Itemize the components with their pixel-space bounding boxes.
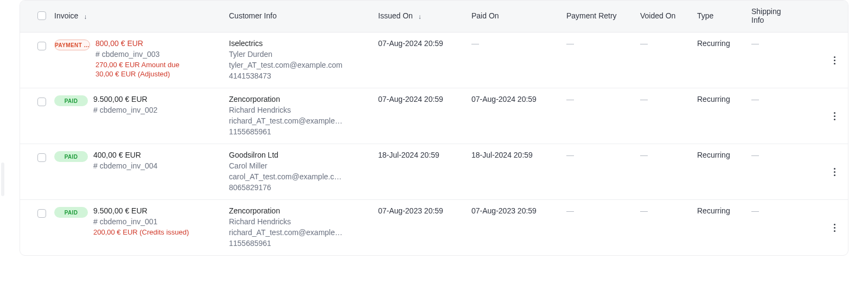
col-header-voided[interactable]: Voided On [640,5,697,28]
customer-contact: Richard Hendricks [229,217,372,226]
status-badge: PAID [54,151,88,162]
invoice-amount: 9.500,00 € EUR [93,95,157,103]
payment-retry: — [566,39,574,48]
credits-issued: 200,00 € EUR (Credits issued) [93,228,189,236]
col-header-type[interactable]: Type [697,5,751,28]
paid-on: 18-Jul-2024 20:59 [471,151,533,159]
col-header-issued[interactable]: Issued On ↓ [378,5,471,28]
voided-on: — [640,39,648,48]
paid-on: 07-Aug-2024 20:59 [471,95,537,103]
voided-on: — [640,206,648,215]
customer-phone: 1155685961 [229,127,372,136]
row-more-button[interactable] [828,54,840,66]
row-checkbox[interactable] [37,153,46,162]
customer-contact: Carol Miller [229,161,372,170]
row-more-button[interactable] [828,110,840,122]
status-badge: PAYMENT … [54,40,90,50]
invoice-number: # cbdemo_inv_002 [93,106,157,114]
row-checkbox[interactable] [37,42,46,50]
invoice-type: Recurring [697,151,730,159]
customer-company: Iselectrics [229,39,372,48]
sort-indicator-icon: ↓ [418,14,422,20]
invoice-amount: 9.500,00 € EUR [93,206,189,215]
col-header-customer[interactable]: Customer Info [229,5,378,28]
customer-phone: 1155685961 [229,239,372,248]
status-badge: PAID [54,207,88,218]
sort-indicator-icon: ↓ [84,14,87,20]
scrollbar-handle[interactable] [1,163,4,196]
voided-on: — [640,151,648,159]
table-body: PAYMENT …800,00 € EUR# cbdemo_inv_003270… [20,33,848,255]
shipping-info: — [751,95,759,103]
paid-on: 07-Aug-2023 20:59 [471,206,537,215]
invoice-amount: 400,00 € EUR [93,151,157,159]
customer-email: richard_AT_test.com@example.... [229,228,343,237]
customer-contact: Richard Hendricks [229,106,372,114]
col-header-paid[interactable]: Paid On [471,5,566,28]
invoice-type: Recurring [697,39,730,48]
shipping-info: — [751,151,759,159]
voided-on: — [640,95,648,103]
amount-due: 270,00 € EUR Amount due [95,61,180,69]
payment-retry: — [566,151,574,159]
issued-on: 18-Jul-2024 20:59 [378,151,439,159]
invoice-amount: 800,00 € EUR [95,39,180,48]
table-row[interactable]: PAID400,00 € EUR# cbdemo_inv_004Goodsilr… [20,144,848,200]
col-header-invoice[interactable]: Invoice ↓ [54,5,229,28]
payment-retry: — [566,206,574,215]
col-header-shipping[interactable]: Shipping Info [751,1,800,32]
row-more-button[interactable] [828,222,840,233]
invoice-number: # cbdemo_inv_001 [93,217,189,226]
table-header: Invoice ↓ Customer Info Issued On ↓ Paid… [20,1,848,33]
customer-email: richard_AT_test.com@example.... [229,116,343,125]
invoice-number: # cbdemo_inv_004 [93,161,157,170]
row-more-button[interactable] [828,166,840,178]
status-badge: PAID [54,95,88,106]
shipping-info: — [751,39,759,48]
customer-email: carol_AT_test.com@example.com [229,172,343,181]
issued-on: 07-Aug-2023 20:59 [378,206,443,215]
col-header-retry[interactable]: Payment Retry [566,5,640,28]
invoice-type: Recurring [697,95,730,103]
payment-retry: — [566,95,574,103]
issued-on: 07-Aug-2024 20:59 [378,95,443,103]
paid-on: — [471,39,479,48]
invoice-number: # cbdemo_inv_003 [95,50,180,59]
customer-company: Goodsilron Ltd [229,151,372,159]
issued-on: 07-Aug-2024 20:59 [378,39,443,48]
table-row[interactable]: PAID9.500,00 € EUR# cbdemo_inv_002Zencor… [20,88,848,144]
shipping-info: — [751,206,759,215]
row-checkbox[interactable] [37,209,46,218]
invoice-table: Invoice ↓ Customer Info Issued On ↓ Paid… [20,0,848,256]
amount-adjusted: 30,00 € EUR (Adjusted) [95,70,180,78]
select-all-checkbox[interactable] [37,11,46,20]
table-row[interactable]: PAID9.500,00 € EUR# cbdemo_inv_001200,00… [20,200,848,255]
customer-phone: 4141538473 [229,72,372,80]
customer-phone: 8065829176 [229,183,372,192]
invoice-type: Recurring [697,206,730,215]
customer-company: Zencorporation [229,95,372,103]
customer-company: Zencorporation [229,206,372,215]
col-header-invoice-label: Invoice [54,11,78,20]
table-row[interactable]: PAYMENT …800,00 € EUR# cbdemo_inv_003270… [20,33,848,88]
customer-email: tyler_AT_test.com@example.com [229,61,343,69]
customer-contact: Tyler Durden [229,50,372,59]
row-checkbox[interactable] [37,98,46,106]
